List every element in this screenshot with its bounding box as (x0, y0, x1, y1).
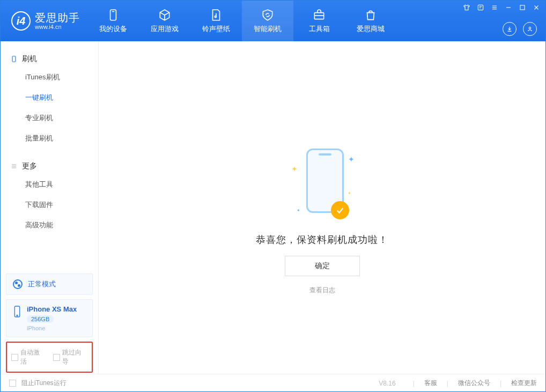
svg-point-2 (215, 16, 216, 18)
sidebar: 刷机 iTunes刷机 一键刷机 专业刷机 批量刷机 更多 其他工具 下载固件 … (1, 41, 99, 374)
sidebar-item-itunes-flash[interactable]: iTunes刷机 (1, 67, 98, 87)
svg-point-15 (529, 27, 531, 29)
nav-label: 铃声壁纸 (202, 24, 230, 34)
nav-apps[interactable]: 应用游戏 (139, 1, 190, 41)
user-icon[interactable] (523, 22, 537, 36)
titlebar: i4 爱思助手 www.i4.cn 我的设备 应用游戏 铃声壁纸 (1, 1, 545, 41)
sidebar-item-oneclick-flash[interactable]: 一键刷机 (1, 87, 98, 108)
shield-refresh-icon (261, 8, 275, 22)
svg-rect-12 (520, 5, 525, 10)
view-log-link[interactable]: 查看日志 (309, 286, 335, 295)
music-file-icon (209, 8, 223, 22)
version-label: V8.16 (379, 380, 395, 387)
menu-icon[interactable] (491, 4, 498, 11)
statusbar: 阻止iTunes运行 V8.16 | 客服 | 微信公众号 | 检查更新 (1, 374, 545, 392)
status-link-support[interactable]: 客服 (424, 379, 437, 388)
nav-toolbox[interactable]: 工具箱 (293, 1, 345, 41)
phone-icon (106, 8, 120, 22)
nav-ringtones[interactable]: 铃声壁纸 (190, 1, 242, 41)
nav-label: 我的设备 (99, 24, 127, 34)
checkbox-label: 自动激活 (20, 348, 46, 366)
briefcase-icon (312, 8, 326, 22)
svg-rect-16 (12, 56, 16, 62)
sidebar-group-label: 更多 (22, 161, 37, 171)
nav-label: 爱思商城 (357, 24, 385, 34)
success-illustration: ✦ ✦ ✦ ✦ (290, 149, 355, 224)
checkbox-label: 阻止iTunes运行 (21, 379, 67, 388)
nav-label: 工具箱 (309, 24, 330, 34)
window-controls-bottom (503, 22, 537, 36)
separator: | (447, 380, 448, 387)
options-highlight-box: 自动激活 跳过向导 (6, 342, 93, 373)
result-panel: ✦ ✦ ✦ ✦ 恭喜您，保资料刷机成功啦！ 确定 查看日志 (99, 149, 545, 295)
feedback-icon[interactable] (477, 4, 484, 11)
shirt-icon[interactable] (463, 4, 470, 11)
checkbox-icon (9, 380, 16, 387)
checkbox-skip-guide[interactable]: 跳过向导 (53, 348, 87, 366)
status-link-update[interactable]: 检查更新 (511, 379, 537, 388)
sidebar-item-batch-flash[interactable]: 批量刷机 (1, 128, 98, 149)
checkbox-label: 跳过向导 (62, 348, 87, 366)
checkbox-auto-activate[interactable]: 自动激活 (11, 348, 46, 366)
close-icon[interactable] (533, 4, 540, 11)
download-icon[interactable] (503, 22, 517, 36)
nav-my-device[interactable]: 我的设备 (87, 1, 139, 41)
checkbox-block-itunes[interactable]: 阻止iTunes运行 (9, 379, 67, 388)
status-link-wechat[interactable]: 微信公众号 (458, 379, 490, 388)
device-type: iPhone (27, 325, 77, 331)
sidebar-item-advanced[interactable]: 高级功能 (1, 215, 98, 235)
main-nav: 我的设备 应用游戏 铃声壁纸 智能刷机 工具箱 (87, 1, 396, 41)
main-panel: ✦ ✦ ✦ ✦ 恭喜您，保资料刷机成功啦！ 确定 查看日志 (99, 41, 545, 374)
cube-icon (158, 8, 172, 22)
mode-icon (13, 279, 23, 289)
sidebar-item-download-firmware[interactable]: 下载固件 (1, 195, 98, 215)
ok-button[interactable]: 确定 (285, 256, 360, 276)
sidebar-group-flash: 刷机 (1, 51, 98, 67)
device-card[interactable]: iPhone XS Max 256GB iPhone (6, 299, 93, 337)
check-badge-icon (331, 201, 349, 219)
app-domain: www.i4.cn (35, 24, 80, 30)
body: 刷机 iTunes刷机 一键刷机 专业刷机 批量刷机 更多 其他工具 下载固件 … (1, 41, 545, 374)
device-icon (10, 55, 18, 63)
window-controls-top (463, 4, 540, 11)
mode-label: 正常模式 (28, 279, 56, 289)
bag-icon (364, 8, 378, 22)
checkbox-icon (53, 354, 60, 361)
sidebar-item-other-tools[interactable]: 其他工具 (1, 174, 98, 195)
minimize-icon[interactable] (505, 4, 512, 11)
nav-label: 智能刷机 (254, 24, 282, 34)
svg-point-21 (17, 315, 18, 316)
maximize-icon[interactable] (519, 4, 526, 11)
list-icon (10, 162, 18, 170)
sparkle-icon: ✦ (348, 155, 355, 164)
mode-card[interactable]: 正常模式 (6, 273, 93, 295)
result-message: 恭喜您，保资料刷机成功啦！ (256, 233, 388, 246)
sidebar-group-more: 更多 (1, 158, 98, 174)
separator: | (413, 380, 415, 387)
sparkle-icon: ✦ (348, 191, 351, 196)
nav-label: 应用游戏 (151, 24, 179, 34)
device-name: iPhone XS Max (27, 305, 77, 313)
nav-store[interactable]: 爱思商城 (345, 1, 396, 41)
device-phone-icon (13, 305, 21, 318)
app-name: 爱思助手 (35, 12, 80, 24)
nav-flash[interactable]: 智能刷机 (242, 1, 293, 41)
logo-text: 爱思助手 www.i4.cn (35, 12, 80, 30)
sidebar-group-label: 刷机 (22, 54, 37, 64)
device-storage: 256GB (27, 315, 54, 323)
sparkle-icon: ✦ (297, 208, 300, 213)
separator: | (500, 380, 501, 387)
checkbox-icon (11, 354, 18, 361)
sidebar-item-pro-flash[interactable]: 专业刷机 (1, 108, 98, 128)
sparkle-icon: ✦ (291, 165, 298, 173)
logo-icon: i4 (11, 11, 31, 31)
logo-area: i4 爱思助手 www.i4.cn (1, 1, 87, 41)
